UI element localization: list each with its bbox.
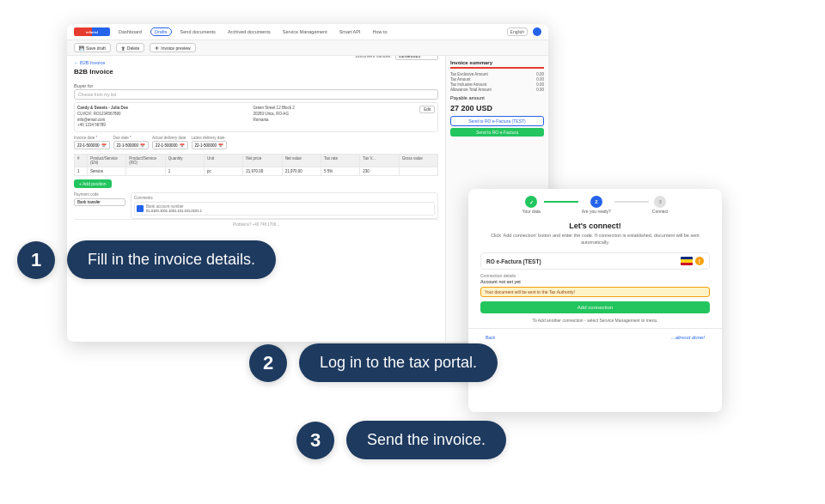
invoice-footer: Problems? +40 748 1706... <box>74 219 438 229</box>
invoice-toolbar: 💾 Save draft 🗑 Delete 👁 Invoice preview <box>67 40 548 56</box>
service-icons: ! <box>681 257 704 265</box>
comments-section: Comments Bank account number 01-0100-100… <box>131 192 438 219</box>
comments-label: Comments <box>134 196 435 200</box>
connect-subtitle: Click 'Add connection' button and enter … <box>480 233 710 246</box>
company-phone: +40 1234 56789 <box>77 123 128 129</box>
actual-delivery-field: Actual delivery date 22-1-500000 📅 <box>152 136 188 149</box>
company-info: Candy & Sweets - Julia Doe CUI/CIF: RO12… <box>77 106 128 129</box>
document-number-input[interactable] <box>395 56 438 60</box>
payment-method-select[interactable]: Bank transfer <box>74 198 125 206</box>
connection-details-label: Connection details <box>480 273 710 278</box>
connect-title: Let's connect! <box>480 222 710 230</box>
step-2-text: Log in to the tax portal. <box>299 343 498 382</box>
payment-section: Payment code Bank transfer <box>74 192 125 219</box>
due-date-field: Due date * 22-1-500000 📅 <box>113 136 150 149</box>
invoice-date-input[interactable]: 22-1-500000 📅 <box>74 141 110 149</box>
nav-howto[interactable]: How to <box>369 28 390 35</box>
bank-row: Bank account number 01-0100-1001-1001-10… <box>134 202 435 216</box>
save-icon: 💾 <box>79 46 84 51</box>
summary-tax-inclusive: Tax Inclusive Amount 0.00 <box>450 82 544 87</box>
step-label-3: Connect <box>652 209 669 214</box>
almost-done-text: ...almost done! <box>663 331 713 343</box>
buyer-select[interactable]: Choose from my list <box>74 89 438 100</box>
step-3-text: Send the invoice. <box>346 421 506 459</box>
row-unit: pc <box>205 167 243 175</box>
summary-allowance: Allowance Total Amount 0.00 <box>450 88 544 92</box>
summary-tax-exclusive: Tax Exclusive Amount 0.00 <box>450 72 544 76</box>
actual-delivery-input[interactable]: 22-1-500000 📅 <box>152 141 188 149</box>
nav-dashboard[interactable]: Dashboard <box>115 28 145 35</box>
payable-row: Payable amount <box>450 95 544 100</box>
latest-delivery-input[interactable]: 22-1-500000 📅 <box>192 141 228 149</box>
edit-company-button[interactable]: Edit <box>419 106 435 113</box>
top-nav: Dashboard Drafts Send documents Archived… <box>115 27 502 36</box>
col-qty: Quantity <box>166 155 205 167</box>
connect-steps: ✓ Your data 2 Are you ready? 3 Connect <box>468 189 722 217</box>
col-tax-v: Tax V... <box>360 155 399 167</box>
company-name: Candy & Sweets - Julia Doe <box>77 106 128 112</box>
form-bottom: Payment code Bank transfer Comments Bank… <box>74 192 438 219</box>
nav-drafts[interactable]: Drafts <box>150 27 172 36</box>
col-net-price: Net price <box>243 155 282 167</box>
col-product-ro: Product/Service (RO) <box>126 155 165 167</box>
calendar-icon-2: 📅 <box>140 143 145 148</box>
calendar-icon-4: 📅 <box>218 143 223 148</box>
step-2-callout: 2 Log in to the tax portal. <box>249 343 498 382</box>
back-link[interactable]: ← B2B Invoice <box>74 60 113 65</box>
step-line-2 <box>614 201 649 203</box>
scene: infinitsl Dashboard Drafts Send document… <box>0 0 825 504</box>
save-draft-button[interactable]: 💾 Save draft <box>74 43 111 52</box>
back-button[interactable]: Back <box>477 331 504 343</box>
send-main-button[interactable]: Send to RO e-Factura <box>450 128 544 137</box>
dates-row: Invoice date * 22-1-500000 📅 Due date * … <box>74 136 438 149</box>
add-connection-button[interactable]: Add connection <box>480 301 710 313</box>
step-2-number: 2 <box>249 344 287 382</box>
row-gross <box>400 167 437 175</box>
table-header: # Product/Service (EN) Product/Service (… <box>74 154 438 167</box>
step-circle-2: 2 <box>590 196 602 208</box>
bank-icon <box>137 205 144 212</box>
step-label-1: Your data <box>522 209 541 214</box>
table-row: 1 Service 1 pc 21,970.00 21,970.00 5 5% … <box>74 167 438 176</box>
row-product-ro <box>126 167 165 175</box>
nav-archived[interactable]: Archived documents <box>224 28 274 35</box>
bank-info: Bank account number 01-0100-1001-1001-10… <box>146 204 202 213</box>
col-net-value: Net value <box>283 155 321 167</box>
row-num: 1 <box>75 167 88 175</box>
nav-api[interactable]: Smart API <box>336 28 364 35</box>
warning-box: Your document will be sent to the Tax Au… <box>480 287 710 297</box>
col-tax-rate: Tax rate <box>321 155 360 167</box>
language-selector[interactable]: English <box>507 27 528 36</box>
company-address: Green Street 12 Block 2 20283 Utica, RO-… <box>254 106 295 123</box>
send-test-button[interactable]: Send to RO e-Factura (TEST) <box>450 116 544 126</box>
row-net-value: 21,970.00 <box>283 167 321 175</box>
row-net-price: 21,970.00 <box>243 167 282 175</box>
company-email: info@email.com <box>77 118 128 124</box>
company-cui: CUI/CIF: RO1234567890 <box>77 112 128 118</box>
add-position-button[interactable]: + Add position <box>74 179 112 188</box>
nav-service[interactable]: Service Management <box>279 28 331 35</box>
nav-send[interactable]: Send documents <box>177 28 219 35</box>
user-avatar[interactable] <box>533 27 541 36</box>
delete-button[interactable]: 🗑 Delete <box>116 43 144 52</box>
row-tax-v: 230 <box>360 167 399 175</box>
summary-title: Invoice summary <box>450 60 544 69</box>
col-unit: Unit <box>205 155 243 167</box>
buyer-label: Buyer for <box>74 83 438 88</box>
row-tax-rate: 5 5% <box>321 167 360 175</box>
col-gross: Gross value <box>400 155 437 167</box>
connect-card: ✓ Your data 2 Are you ready? 3 Connect L… <box>468 189 722 412</box>
step-your-data: ✓ Your data <box>522 196 541 214</box>
service-name: RO e-Factura (TEST) <box>486 258 541 264</box>
summary-tax-amount: Tax Amount 0.00 <box>450 77 544 82</box>
invoice-preview-button[interactable]: 👁 Invoice preview <box>150 43 195 52</box>
step-1-text: Fill in the invoice details. <box>67 240 276 279</box>
step-1-number: 1 <box>17 241 55 279</box>
row-qty: 1 <box>166 167 205 175</box>
step-connect: 3 Connect <box>652 196 669 214</box>
invoice-topbar: infinitsl Dashboard Drafts Send document… <box>67 24 548 40</box>
document-number-label: Document number: <box>355 56 392 58</box>
company-box: Candy & Sweets - Julia Doe CUI/CIF: RO12… <box>74 102 438 132</box>
due-date-input[interactable]: 22-1-500000 📅 <box>113 141 150 149</box>
payable-label: Payable amount <box>450 95 485 100</box>
